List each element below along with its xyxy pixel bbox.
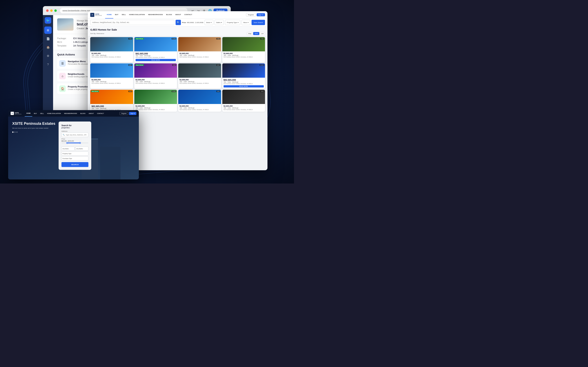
property-card[interactable]: ♡ 7:37 $2,665,000 7BD · 10BA · 99645sqft… [222, 37, 265, 62]
dot-2[interactable] [14, 132, 16, 133]
website-nav-item-sell[interactable]: SELL [39, 110, 45, 117]
photo-count: 6:32 [172, 64, 176, 66]
template-label: Template: [57, 44, 71, 47]
search-button[interactable]: SEARCH [61, 162, 88, 167]
website-nav-item-buy[interactable]: BUY [32, 110, 39, 117]
idx-nav-item-about[interactable]: ABOUT [173, 11, 182, 18]
photo-count: 8:25 [128, 64, 132, 66]
idx-nav-item-home[interactable]: HOME [105, 11, 113, 18]
photo-count: 7:15 [128, 38, 132, 40]
open-house-badge: Open House [135, 64, 144, 66]
property-card[interactable]: ♡ 10:23 $82,665,000 7BD · 10BA · 99645sq… [222, 63, 265, 89]
property-details: 7BD · 10BA · 99645sqft [91, 55, 132, 56]
property-price: $2,665,000 [136, 79, 176, 81]
property-type-select[interactable]: Property Type [61, 151, 88, 156]
purchase-type-select[interactable]: Purchase Type [61, 156, 88, 160]
property-price: $2,665,000 [180, 52, 220, 54]
property-card[interactable]: ♡ 8:59 $2,665,000 7BD · 10BA · 99645sqft… [178, 90, 221, 112]
property-info: $2,665,000 7BD · 10BA · 99645sqft 530 Ka… [134, 104, 177, 111]
dot-1[interactable] [12, 132, 13, 133]
beds-chevron: ▾ [211, 22, 212, 24]
beds-select[interactable]: Any Beds [61, 147, 75, 151]
read-more-link[interactable]: READ MORE [136, 59, 176, 61]
property-info: $2,665,000 7BD · 10BA · 99645sqft 530 Ka… [134, 78, 177, 85]
read-more-link[interactable]: READ MORE [224, 85, 264, 87]
idx-sign-in-button[interactable]: Sign In [257, 13, 265, 16]
address-input[interactable] [61, 133, 88, 137]
baths-filter-button[interactable]: Baths ▾ [215, 20, 224, 25]
website-nav-item-neighborhoods[interactable]: NEIGHBORHOODS [62, 110, 79, 117]
price-label: Price [182, 22, 186, 24]
sidebar-help-icon[interactable]: ? [44, 61, 52, 68]
save-search-button[interactable]: Save Search [251, 20, 265, 25]
property-card[interactable]: ♡ 9:37 $2,665,000 7BD · 10BA · 99645sqft… [178, 63, 221, 89]
website-nav-item-home[interactable]: HOME [25, 110, 32, 117]
range-track [61, 142, 88, 143]
baths-select[interactable]: Any Baths [75, 147, 88, 151]
more-filter-button[interactable]: More ▾ [242, 20, 250, 25]
property-price: $2,665,000 [180, 105, 220, 107]
property-price: $2,665,000 [224, 105, 264, 107]
package-label: Package: [57, 37, 71, 40]
property-grid: ♡ 7:15 $2,665,000 7BD · 10BA · 99645sqft… [88, 36, 268, 113]
property-card[interactable]: ♡ 4:36 $2,665,000 7BD · 10BA · 99645sqft… [178, 37, 221, 62]
photo-count: 10:23 [259, 64, 264, 66]
property-card[interactable]: Open House ♡ 11:43 $82,665,000 7BD · 10B… [134, 37, 177, 62]
website-sign-in-button[interactable]: Sign In [129, 112, 136, 115]
idx-register-button[interactable]: Register [246, 13, 256, 17]
sidebar-logo: 🐦 [45, 17, 51, 24]
property-image: ♡ 10:35 [134, 90, 177, 104]
dot-3[interactable] [16, 132, 17, 133]
website-brand: XSITE REAL ESTATE [15, 112, 21, 115]
idx-nav-item-sell[interactable]: SELL [120, 11, 127, 18]
property-details: 7BD · 10BA · 99645sqft [136, 81, 176, 82]
property-card[interactable]: New Home ♡ 5:13 $82,665,000 7BD · 10BA ·… [90, 90, 133, 112]
website-nav-item-home evaluation[interactable]: HOME EVALUATION [45, 110, 62, 117]
property-image: ♡ 8:54 [222, 90, 265, 104]
property-card[interactable]: ♡ 8:54 $2,665,000 7BD · 10BA · 99645sqft… [222, 90, 265, 112]
price-slider[interactable] [61, 142, 88, 146]
list-view-button[interactable]: List [260, 32, 265, 35]
map-view-button[interactable]: Map [247, 32, 253, 35]
range-thumb-left[interactable] [66, 142, 68, 144]
sidebar-home-icon[interactable]: 🏠 [44, 44, 52, 51]
property-details: 7BD · 10BA · 99645sqft [180, 107, 220, 109]
property-card[interactable]: ♡ 10:35 $2,665,000 7BD · 10BA · 99645sqf… [134, 90, 177, 112]
idx-search-button[interactable]: 🔍 [176, 20, 181, 25]
idx-nav-item-buy[interactable]: BUY [113, 11, 120, 18]
property-card[interactable]: ♡ 7:15 $2,665,000 7BD · 10BA · 99645sqft… [90, 37, 133, 62]
property-card[interactable]: ♥ 8:25 $2,665,000 7BD · 10BA · 99645sqft… [90, 63, 133, 89]
property-address: 530 Kaheka Street #2505, Honolulu, HI 96… [136, 109, 176, 110]
idx-nav-item-home evaluation[interactable]: HOME EVALUATION [127, 11, 146, 18]
idx-nav-item-blogs[interactable]: BLOGS [164, 11, 173, 18]
property-price: $2,665,000 [180, 79, 220, 81]
price-label-sw: Price [61, 138, 88, 140]
website-logo-box: X [11, 112, 14, 115]
property-type-filter-button[interactable]: Property Type ▾ [225, 20, 240, 25]
website-nav-item-about[interactable]: ABOUT [87, 110, 95, 117]
beds-filter-button[interactable]: Beds ▾ [205, 20, 213, 25]
close-dot[interactable] [46, 9, 49, 12]
property-details: 7BD · 10BA · 99645sqft [136, 55, 176, 57]
property-card[interactable]: Open House ♡ 6:32 $2,665,000 7BD · 10BA … [134, 63, 177, 89]
idx-brand-name: XSITE [95, 13, 102, 15]
idx-nav-item-neighborhoods[interactable]: NEIGHBORHOODS [146, 11, 164, 18]
maximize-dot[interactable] [54, 9, 57, 12]
property-price: $82,665,000 [91, 105, 132, 108]
website-logo-icon: X [12, 113, 13, 114]
grid-view-button[interactable]: Grid [253, 32, 259, 35]
price-range-text: $80,000 - $200,000 [61, 140, 74, 142]
property-type-label: Property Type [227, 22, 237, 24]
website-nav-item-contact[interactable]: CONTACT [95, 110, 105, 117]
website-nav-item-blogs[interactable]: BLOGS [79, 110, 87, 117]
range-thumb-right[interactable] [79, 142, 81, 144]
website-nav-items: HOMEBUYSELLHOME EVALUATIONNEIGHBORHOODSB… [25, 110, 120, 117]
sidebar-pages-icon[interactable]: 📄 [44, 35, 52, 42]
idx-nav-item-contact[interactable]: CONTACT [183, 11, 194, 18]
sidebar-dashboard-icon[interactable]: ⊞ [44, 26, 52, 34]
property-details: 7BD · 10BA · 99645sqft [91, 108, 132, 109]
sidebar-settings-icon[interactable]: ⚙ [44, 52, 52, 59]
minimize-dot[interactable] [50, 9, 53, 12]
idx-search-input[interactable] [90, 20, 174, 25]
website-register-button[interactable]: Register [120, 112, 128, 115]
